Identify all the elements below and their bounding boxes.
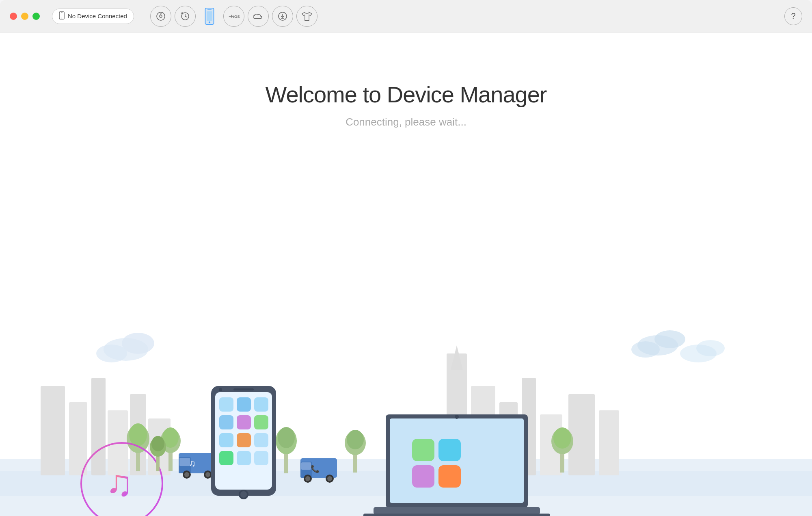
svg-point-33	[96, 345, 127, 362]
svg-rect-70	[219, 397, 233, 412]
svg-rect-30	[599, 410, 619, 475]
svg-rect-79	[219, 451, 233, 465]
svg-rect-80	[237, 451, 251, 465]
svg-text:♫: ♫	[106, 463, 133, 503]
svg-rect-73	[219, 415, 233, 429]
svg-point-63	[278, 427, 295, 448]
help-button[interactable]: ?	[784, 7, 802, 25]
toolbar-music-button[interactable]	[150, 6, 171, 27]
toolbar-ios-button[interactable]: iOS	[223, 6, 244, 27]
svg-point-35	[654, 330, 685, 348]
svg-rect-17	[41, 386, 65, 475]
toolbar-cloud-button[interactable]	[248, 6, 269, 27]
svg-rect-96	[363, 514, 550, 516]
scene-illustration: ♫ ♫	[0, 232, 812, 516]
svg-point-53	[184, 472, 189, 477]
svg-rect-77	[237, 433, 251, 447]
toolbar-icons: iOS	[150, 6, 317, 27]
svg-point-9	[209, 21, 210, 23]
svg-point-38	[696, 340, 725, 356]
svg-rect-75	[254, 415, 268, 429]
device-selector[interactable]: No Device Connected	[52, 9, 134, 24]
svg-rect-99	[412, 465, 434, 488]
svg-point-41	[129, 423, 147, 446]
svg-rect-95	[374, 507, 540, 514]
device-selector-text: No Device Connected	[68, 13, 127, 20]
close-button[interactable]	[10, 13, 17, 20]
svg-rect-89	[301, 462, 311, 470]
welcome-title: Welcome to Device Manager	[266, 81, 547, 108]
svg-rect-18	[69, 402, 87, 475]
svg-rect-71	[237, 397, 251, 412]
svg-rect-100	[438, 465, 461, 488]
app-window: No Device Connected	[0, 0, 812, 516]
svg-point-32	[122, 333, 154, 354]
title-bar: No Device Connected	[0, 0, 812, 33]
toolbar-backup-button[interactable]	[175, 6, 196, 27]
toolbar-tshirt-button[interactable]	[296, 6, 317, 27]
maximize-button[interactable]	[32, 13, 40, 20]
svg-rect-19	[91, 378, 106, 475]
svg-point-104	[553, 427, 571, 449]
svg-point-55	[205, 472, 210, 477]
svg-point-1	[61, 17, 62, 18]
welcome-subtitle: Connecting, please wait...	[346, 116, 466, 128]
svg-text:iOS: iOS	[233, 14, 240, 19]
svg-point-49	[151, 436, 164, 451]
device-selector-icon	[59, 11, 65, 21]
svg-rect-8	[207, 9, 212, 10]
main-content: Welcome to Device Manager Connecting, pl…	[0, 33, 812, 516]
svg-point-87	[327, 476, 332, 481]
svg-rect-98	[438, 439, 461, 461]
svg-rect-57	[179, 458, 190, 466]
svg-point-92	[347, 430, 364, 449]
svg-rect-29	[568, 394, 595, 475]
svg-point-67	[219, 388, 222, 391]
svg-point-69	[240, 491, 247, 498]
svg-rect-81	[254, 451, 268, 465]
svg-rect-66	[233, 388, 254, 390]
toolbar-download-button[interactable]	[272, 6, 293, 27]
svg-point-85	[305, 476, 310, 481]
svg-point-36	[631, 341, 660, 358]
svg-rect-72	[254, 397, 268, 412]
svg-rect-10	[207, 11, 212, 21]
svg-text:📞: 📞	[311, 464, 320, 473]
traffic-lights	[10, 13, 40, 20]
svg-point-101	[455, 415, 459, 419]
svg-rect-97	[412, 439, 434, 461]
minimize-button[interactable]	[21, 13, 28, 20]
svg-rect-2	[61, 12, 63, 13]
svg-rect-78	[254, 433, 268, 447]
svg-rect-74	[237, 415, 251, 429]
svg-point-4	[160, 15, 162, 17]
svg-rect-76	[219, 433, 233, 447]
toolbar-device-button[interactable]	[199, 6, 220, 27]
